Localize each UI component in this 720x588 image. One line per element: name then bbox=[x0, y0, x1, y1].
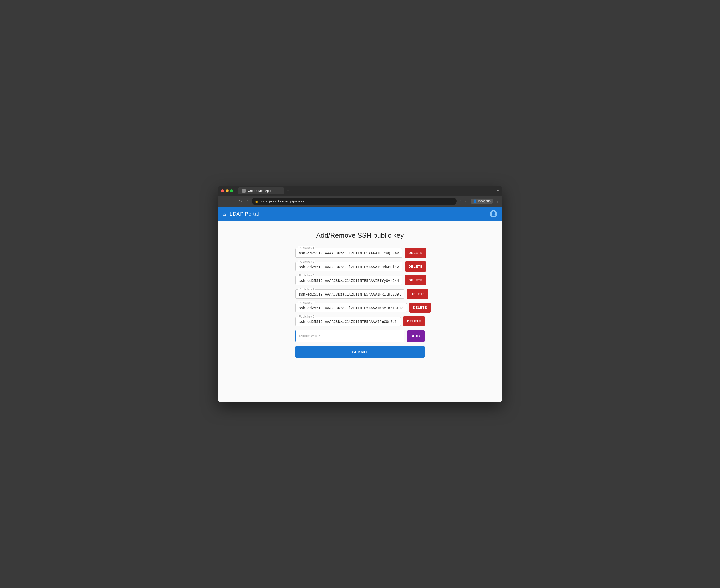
key-field-wrapper-3: Public key 3ssh-ed25519 AAAAC3NzaC1lZDI1… bbox=[295, 276, 403, 285]
add-key-row: ADD bbox=[295, 330, 425, 342]
incognito-label: Incognito bbox=[478, 200, 491, 203]
new-key-input[interactable] bbox=[295, 330, 405, 342]
key-field-wrapper-4: Public key 4ssh-ed25519 AAAAC3NzaC1lZDI1… bbox=[295, 289, 405, 299]
traffic-light-yellow[interactable] bbox=[226, 189, 229, 192]
delete-key-button-5[interactable]: DELETE bbox=[409, 302, 431, 313]
split-view-icon[interactable]: ▭ bbox=[465, 199, 468, 204]
app-header-left: ⌂ LDAP Portal bbox=[223, 211, 259, 217]
tab-dropdown-icon[interactable]: ∨ bbox=[497, 189, 499, 193]
lock-icon: 🔒 bbox=[255, 200, 259, 203]
url-text: portal.jn.sfc.keio.ac.jp/pubkey bbox=[260, 200, 304, 203]
key-field-wrapper-1: Public key 1ssh-ed25519 AAAAC3NzaC1lZDI1… bbox=[295, 248, 403, 257]
toolbar-actions: ☆ ▭ 👤 Incognito ⋮ bbox=[459, 198, 499, 204]
key-row: Public key 4ssh-ed25519 AAAAC3NzaC1lZDI1… bbox=[295, 289, 425, 299]
key-field-wrapper-5: Public key 5ssh-ed25519 AAAAC3NzaC1lZDI1… bbox=[295, 303, 407, 312]
tab-favicon-icon bbox=[242, 189, 246, 193]
traffic-lights bbox=[221, 189, 233, 192]
key-row: Public key 5ssh-ed25519 AAAAC3NzaC1lZDI1… bbox=[295, 302, 425, 313]
traffic-light-green[interactable] bbox=[230, 189, 233, 192]
tab-close-icon[interactable]: × bbox=[279, 189, 280, 192]
address-bar[interactable]: 🔒 portal.jn.sfc.keio.ac.jp/pubkey bbox=[252, 197, 457, 205]
key-label-1: Public key 1 bbox=[298, 247, 315, 250]
tab-area: Create Next App × + bbox=[238, 187, 495, 194]
add-key-button[interactable]: ADD bbox=[407, 331, 425, 342]
submit-button[interactable]: SUBMIT bbox=[295, 346, 425, 358]
tab-title: Create Next App bbox=[248, 189, 270, 193]
home-nav-icon[interactable]: ⌂ bbox=[223, 211, 226, 217]
forward-button[interactable]: → bbox=[229, 198, 235, 205]
keys-container: Public key 1ssh-ed25519 AAAAC3NzaC1lZDI1… bbox=[295, 248, 425, 358]
browser-window: Create Next App × + ∨ ← → ↻ ⌂ 🔒 portal.j… bbox=[218, 186, 502, 402]
key-label-4: Public key 4 bbox=[298, 288, 315, 291]
delete-key-button-6[interactable]: DELETE bbox=[404, 316, 425, 326]
app-header: ⌂ LDAP Portal 👤 bbox=[218, 207, 502, 221]
key-rows-container: Public key 1ssh-ed25519 AAAAC3NzaC1lZDI1… bbox=[295, 248, 425, 330]
incognito-avatar-icon: 👤 bbox=[473, 200, 477, 203]
key-field-wrapper-6: Public key 6ssh-ed25519 AAAAC3NzaC1lZDI1… bbox=[295, 317, 401, 326]
delete-key-button-3[interactable]: DELETE bbox=[405, 275, 426, 285]
key-value-6: ssh-ed25519 AAAAC3NzaC1lZDI1NTE5AAAAIPmC… bbox=[299, 319, 397, 324]
browser-tab[interactable]: Create Next App × bbox=[238, 187, 285, 194]
reload-button[interactable]: ↻ bbox=[238, 198, 243, 205]
key-value-1: ssh-ed25519 AAAAC3NzaC1lZDI1NTE5AAAAIBJe… bbox=[299, 250, 399, 255]
key-label-6: Public key 6 bbox=[298, 315, 315, 318]
browser-titlebar: Create Next App × + ∨ bbox=[218, 186, 502, 196]
key-value-5: ssh-ed25519 AAAAC3NzaC1lZDI1NTE5AAAAIKoe… bbox=[299, 305, 404, 310]
key-row: Public key 2ssh-ed25519 AAAAC3NzaC1lZDI1… bbox=[295, 261, 425, 272]
key-value-2: ssh-ed25519 AAAAC3NzaC1lZDI1NTE5AAAAICRd… bbox=[299, 264, 399, 269]
user-avatar[interactable]: 👤 bbox=[490, 210, 497, 217]
new-tab-button[interactable]: + bbox=[287, 188, 289, 194]
traffic-light-red[interactable] bbox=[221, 189, 224, 192]
key-label-2: Public key 2 bbox=[298, 260, 315, 263]
browser-toolbar: ← → ↻ ⌂ 🔒 portal.jn.sfc.keio.ac.jp/pubke… bbox=[218, 196, 502, 207]
menu-icon[interactable]: ⋮ bbox=[495, 199, 499, 204]
incognito-button[interactable]: 👤 Incognito bbox=[471, 198, 493, 204]
key-row: Public key 1ssh-ed25519 AAAAC3NzaC1lZDI1… bbox=[295, 248, 425, 258]
app-title: LDAP Portal bbox=[230, 211, 259, 217]
key-value-4: ssh-ed25519 AAAAC3NzaC1lZDI1NTE5AAAAIHRI… bbox=[299, 291, 401, 296]
key-label-3: Public key 3 bbox=[298, 274, 315, 277]
bookmark-icon[interactable]: ☆ bbox=[459, 199, 462, 204]
app-content: Add/Remove SSH public key Public key 1ss… bbox=[218, 221, 502, 402]
delete-key-button-2[interactable]: DELETE bbox=[405, 261, 426, 272]
page-title: Add/Remove SSH public key bbox=[316, 231, 404, 239]
delete-key-button-4[interactable]: DELETE bbox=[407, 289, 428, 299]
back-button[interactable]: ← bbox=[221, 198, 227, 205]
home-button[interactable]: ⌂ bbox=[245, 198, 250, 205]
delete-key-button-1[interactable]: DELETE bbox=[405, 248, 426, 258]
key-value-3: ssh-ed25519 AAAAC3NzaC1lZDI1NTE5AAAIE1Yy… bbox=[299, 277, 399, 282]
key-label-5: Public key 5 bbox=[298, 301, 315, 304]
key-field-wrapper-2: Public key 2ssh-ed25519 AAAAC3NzaC1lZDI1… bbox=[295, 262, 403, 271]
key-row: Public key 6ssh-ed25519 AAAAC3NzaC1lZDI1… bbox=[295, 316, 425, 326]
key-row: Public key 3ssh-ed25519 AAAAC3NzaC1lZDI1… bbox=[295, 275, 425, 285]
